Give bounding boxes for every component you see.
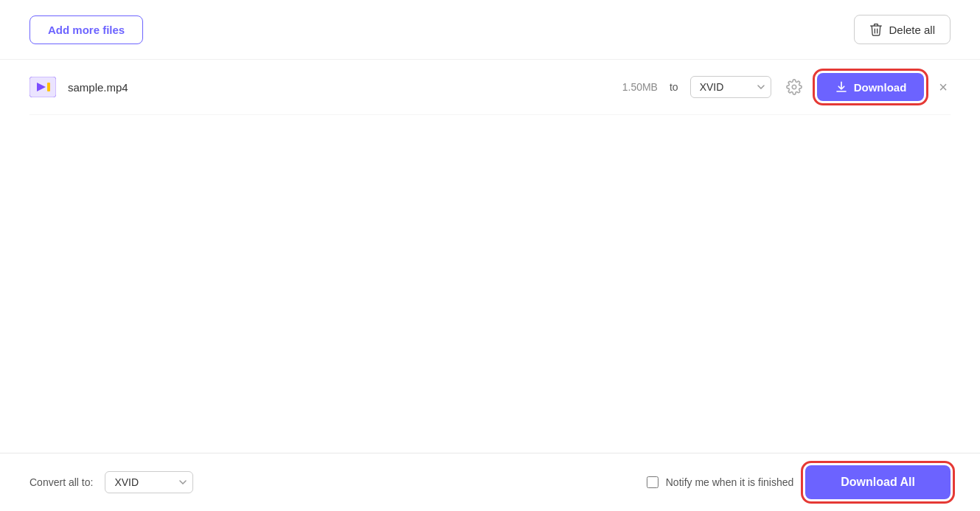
file-type-icon [29,74,56,100]
format-select[interactable]: XVID MP4 AVI MKV MOV WMV [690,76,771,98]
notify-label: Notify me when it is finished [666,476,794,488]
page-container: Add more files Delete all sample.mp4 [0,0,980,511]
table-row: sample.mp4 1.50MB to XVID MP4 AVI MKV MO… [29,60,951,115]
convert-all-select[interactable]: XVID MP4 AVI MKV MOV WMV [105,471,193,493]
trash-icon [869,23,883,36]
download-all-button[interactable]: Download All [805,465,951,499]
close-icon: × [939,79,948,96]
toolbar: Add more files Delete all [0,0,980,60]
bottom-bar: Convert all to: XVID MP4 AVI MKV MOV WMV… [0,453,980,511]
download-button[interactable]: Download [817,73,925,101]
notify-area: Notify me when it is finished [647,476,794,488]
file-list: sample.mp4 1.50MB to XVID MP4 AVI MKV MO… [0,60,980,453]
gear-icon [786,79,802,95]
to-label: to [670,81,678,93]
remove-file-button[interactable]: × [936,76,951,99]
download-label: Download [854,81,907,94]
download-icon [835,80,848,94]
file-size: 1.50MB [599,81,658,93]
svg-rect-3 [47,83,50,91]
settings-button[interactable] [783,76,805,98]
add-more-files-button[interactable]: Add more files [29,15,143,44]
file-name: sample.mp4 [68,81,587,94]
delete-all-label: Delete all [889,24,935,36]
delete-all-button[interactable]: Delete all [854,15,951,44]
convert-all-label: Convert all to: [29,476,93,488]
notify-checkbox[interactable] [647,476,658,488]
